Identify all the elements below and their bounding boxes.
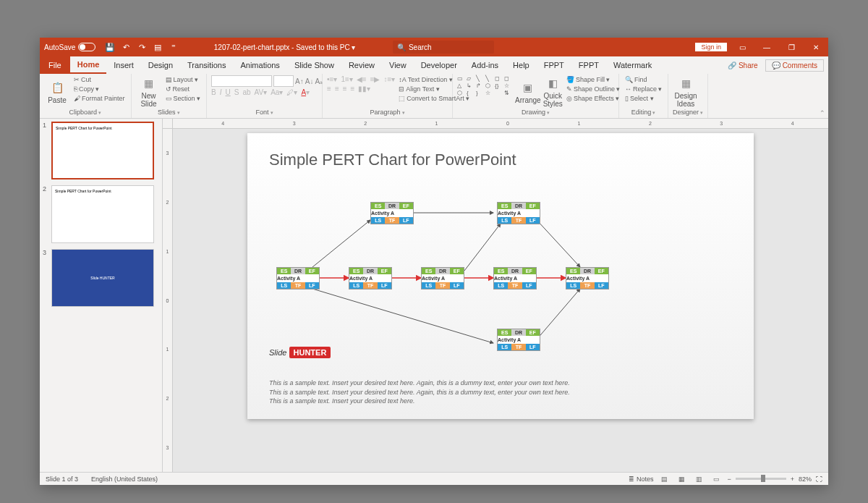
language-status[interactable]: English (United States) bbox=[91, 475, 158, 483]
layout-button[interactable]: ▤Layout ▾ bbox=[164, 75, 203, 84]
shape-outline-button[interactable]: ✎Shape Outline ▾ bbox=[565, 85, 622, 93]
indent-dec-icon[interactable]: ◀≡ bbox=[357, 75, 367, 83]
highlight-button[interactable]: 🖊▾ bbox=[286, 88, 297, 96]
arrange-button[interactable]: ▣Arrange bbox=[515, 75, 541, 109]
copy-button[interactable]: ⎘Copy ▾ bbox=[72, 85, 127, 93]
search-box[interactable]: 🔍 Search bbox=[393, 41, 494, 54]
zoom-in-icon[interactable]: + bbox=[791, 475, 794, 483]
qat-more-icon[interactable]: ⁼ bbox=[166, 40, 181, 54]
reset-button[interactable]: ↺Reset bbox=[164, 85, 203, 93]
design-ideas-button[interactable]: ▦Design Ideas bbox=[673, 75, 699, 109]
zoom-out-icon[interactable]: − bbox=[727, 475, 731, 483]
slidehunter-logo: Slide HUNTER bbox=[269, 348, 331, 357]
zoom-level[interactable]: 82% bbox=[799, 475, 812, 483]
shadow-button[interactable]: ab bbox=[242, 88, 250, 96]
save-icon[interactable]: 💾 bbox=[103, 40, 117, 54]
thumb-number: 2 bbox=[43, 185, 48, 243]
tab-insert[interactable]: Insert bbox=[106, 56, 141, 74]
font-color-button[interactable]: A▾ bbox=[301, 88, 310, 96]
section-button[interactable]: ▭Section ▾ bbox=[164, 94, 203, 103]
tab-fppt2[interactable]: FPPT bbox=[571, 56, 606, 74]
font-name-combo[interactable] bbox=[211, 75, 272, 87]
replace-icon: ↔ bbox=[625, 85, 631, 93]
tab-view[interactable]: View bbox=[382, 56, 414, 74]
status-bar: Slide 1 of 3 English (United States) ≣ N… bbox=[40, 472, 828, 485]
minimize-icon[interactable]: — bbox=[754, 38, 779, 56]
comments-button[interactable]: 💬Comments bbox=[765, 59, 824, 72]
underline-button[interactable]: U bbox=[226, 88, 231, 96]
close-icon[interactable]: ✕ bbox=[804, 38, 828, 56]
format-painter-button[interactable]: 🖌Format Painter bbox=[72, 94, 127, 103]
svg-line-8 bbox=[312, 289, 493, 343]
ribbon-options-icon[interactable]: ▭ bbox=[730, 38, 754, 56]
cut-button[interactable]: ✂Cut bbox=[72, 75, 127, 84]
increase-font-icon[interactable]: A↑ bbox=[295, 77, 304, 85]
thumbnail-2[interactable]: Simple PERT Chart for PowerPoint bbox=[51, 185, 154, 243]
undo-icon[interactable]: ↶ bbox=[119, 40, 133, 54]
tab-fppt1[interactable]: FPPT bbox=[537, 56, 571, 74]
align-right-icon[interactable]: ≡ bbox=[343, 85, 347, 93]
ribbon-tabs: File Home Insert Design Transitions Anim… bbox=[40, 56, 828, 74]
justify-icon[interactable]: ≡ bbox=[351, 85, 355, 93]
decrease-font-icon[interactable]: A↓ bbox=[305, 77, 314, 85]
shape-fill-button[interactable]: 🪣Shape Fill ▾ bbox=[565, 75, 622, 84]
tab-transitions[interactable]: Transitions bbox=[180, 56, 233, 74]
case-button[interactable]: Aa▾ bbox=[271, 88, 283, 96]
strike-button[interactable]: S bbox=[234, 88, 239, 96]
thumbnail-1[interactable]: Simple PERT Chart for PowerPoint bbox=[51, 122, 154, 179]
reset-icon: ↺ bbox=[166, 85, 171, 93]
find-button[interactable]: 🔍Find bbox=[624, 75, 663, 84]
font-size-combo[interactable] bbox=[273, 75, 294, 87]
tab-developer[interactable]: Developer bbox=[414, 56, 464, 74]
slide-canvas[interactable]: Simple PERT Chart for PowerPoint bbox=[247, 133, 754, 419]
shapes-gallery[interactable]: ▭▱╲╲◻◻ △↳↱⬡{}☆ ⬡{}☆ ⇅ bbox=[457, 75, 513, 96]
tab-addins[interactable]: Add-ins bbox=[464, 56, 506, 74]
slideshow-view-icon[interactable]: ▭ bbox=[710, 474, 723, 484]
reading-view-icon[interactable]: ▥ bbox=[692, 474, 705, 484]
indent-inc-icon[interactable]: ≡▶ bbox=[370, 75, 380, 83]
sorter-view-icon[interactable]: ▦ bbox=[675, 474, 688, 484]
zoom-slider[interactable] bbox=[736, 478, 786, 480]
tab-review[interactable]: Review bbox=[341, 56, 382, 74]
numbering-icon[interactable]: 1≡▾ bbox=[341, 75, 352, 83]
paste-button[interactable]: 📋Paste bbox=[44, 75, 70, 109]
tab-file[interactable]: File bbox=[40, 56, 70, 74]
columns-icon[interactable]: ▮▮▾ bbox=[358, 85, 370, 93]
spacing-button[interactable]: AV▾ bbox=[255, 88, 268, 96]
start-icon[interactable]: ▤ bbox=[150, 40, 165, 54]
line-spacing-icon[interactable]: ↕≡▾ bbox=[384, 75, 396, 83]
canvas-area: 432101234 3210123 Simple PERT Chart for … bbox=[163, 119, 828, 472]
clear-format-icon[interactable]: Aₐ bbox=[315, 77, 323, 85]
bullets-icon[interactable]: •≡▾ bbox=[327, 75, 337, 83]
notes-button[interactable]: ≣ Notes bbox=[629, 475, 653, 483]
new-slide-button[interactable]: ▦New Slide bbox=[136, 75, 162, 109]
bold-button[interactable]: B bbox=[211, 88, 216, 96]
fit-icon[interactable]: ⛶ bbox=[816, 475, 822, 483]
replace-button[interactable]: ↔Replace ▾ bbox=[624, 85, 663, 93]
workspace: 1 Simple PERT Chart for PowerPoint 2 Sim… bbox=[40, 119, 828, 472]
normal-view-icon[interactable]: ▤ bbox=[658, 474, 671, 484]
align-left-icon[interactable]: ≡ bbox=[327, 85, 331, 93]
collapse-ribbon-icon[interactable]: ⌃ bbox=[708, 74, 828, 118]
autosave-toggle[interactable]: AutoSave ● Off bbox=[40, 43, 100, 51]
thumbnail-3[interactable]: Slide HUNTER bbox=[51, 249, 154, 307]
select-button[interactable]: ▯Select ▾ bbox=[624, 94, 663, 103]
redo-icon[interactable]: ↷ bbox=[135, 40, 149, 54]
group-font: A↑ A↓ Aₐ B I U S ab AV▾ Aa▾ 🖊▾ A▾ Font bbox=[207, 74, 323, 118]
tab-design[interactable]: Design bbox=[141, 56, 180, 74]
shape-effects-button[interactable]: ◎Shape Effects ▾ bbox=[565, 94, 622, 103]
slide-counter[interactable]: Slide 1 of 3 bbox=[46, 475, 78, 483]
tab-home[interactable]: Home bbox=[70, 56, 107, 74]
maximize-icon[interactable]: ❐ bbox=[779, 38, 804, 56]
italic-button[interactable]: I bbox=[220, 88, 222, 96]
select-icon: ▯ bbox=[625, 95, 629, 102]
tab-watermark[interactable]: Watermark bbox=[606, 56, 659, 74]
quick-styles-button[interactable]: ◧Quick Styles bbox=[543, 75, 563, 109]
design-ideas-icon: ▦ bbox=[678, 76, 693, 90]
tab-animations[interactable]: Animations bbox=[233, 56, 286, 74]
tab-slideshow[interactable]: Slide Show bbox=[287, 56, 341, 74]
tab-help[interactable]: Help bbox=[506, 56, 537, 74]
align-center-icon[interactable]: ≡ bbox=[335, 85, 339, 93]
signin-button[interactable]: Sign in bbox=[695, 43, 727, 51]
share-button[interactable]: 🔗Share bbox=[722, 59, 764, 72]
